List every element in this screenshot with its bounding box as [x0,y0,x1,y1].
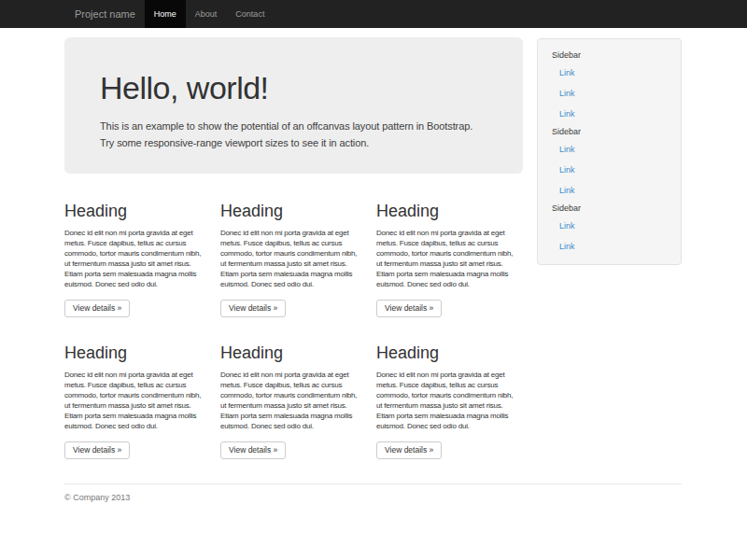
card-body: Donec id elit non mi porta gravida at eg… [64,228,205,289]
sidebar: Sidebar Link Link Link Sidebar Link Link… [537,38,682,265]
card-heading: Heading [220,343,361,363]
sidebar-link[interactable]: Link [538,216,681,236]
card-body: Donec id elit non mi porta gravida at eg… [220,228,361,289]
card-heading: Heading [376,343,517,363]
cards-row-1: Heading Donec id elit non mi porta gravi… [64,202,541,317]
nav-item-home[interactable]: Home [145,0,186,28]
navbar-brand[interactable]: Project name [64,0,145,28]
main-container: Hello, world! This is an example to show… [64,28,682,560]
card: Heading Donec id elit non mi porta gravi… [64,343,220,459]
nav-item-contact[interactable]: Contact [226,0,274,28]
card: Heading Donec id elit non mi porta gravi… [376,343,532,459]
card: Heading Donec id elit non mi porta gravi… [220,343,376,459]
sidebar-link[interactable]: Link [538,160,681,180]
copyright-text: © Company 2013 [64,493,682,502]
card-body: Donec id elit non mi porta gravida at eg… [376,370,517,431]
sidebar-link[interactable]: Link [538,104,681,124]
card-heading: Heading [64,343,205,363]
card: Heading Donec id elit non mi porta gravi… [220,202,376,317]
sidebar-link[interactable]: Link [538,236,681,257]
card: Heading Donec id elit non mi porta gravi… [64,202,220,317]
card-body: Donec id elit non mi porta gravida at eg… [64,370,205,431]
card-heading: Heading [376,202,517,221]
jumbotron-description: This is an example to show the potential… [100,118,487,151]
cards-row-2: Heading Donec id elit non mi porta gravi… [64,343,541,459]
view-details-button[interactable]: View details » [376,300,442,317]
nav-item-about[interactable]: About [186,0,227,28]
sidebar-link[interactable]: Link [538,139,681,160]
jumbotron: Hello, world! This is an example to show… [64,37,523,174]
card-heading: Heading [220,202,361,221]
sidebar-group-header: Sidebar [538,124,681,139]
sidebar-group-header: Sidebar [538,201,681,216]
card-heading: Heading [64,202,205,221]
view-details-button[interactable]: View details » [220,300,286,317]
card-body: Donec id elit non mi porta gravida at eg… [376,228,517,289]
page-title: Hello, world! [100,71,487,105]
navbar-nav: Home About Contact [145,0,275,28]
view-details-button[interactable]: View details » [376,441,442,459]
view-details-button[interactable]: View details » [64,441,130,459]
sidebar-link[interactable]: Link [538,63,681,83]
view-details-button[interactable]: View details » [220,441,286,459]
view-details-button[interactable]: View details » [64,300,130,317]
card-body: Donec id elit non mi porta gravida at eg… [220,370,361,431]
footer-divider [64,483,682,484]
sidebar-group-header: Sidebar [538,48,681,63]
footer: © Company 2013 [64,483,682,502]
sidebar-link[interactable]: Link [538,83,681,104]
navbar: Project name Home About Contact [0,0,747,28]
sidebar-link[interactable]: Link [538,180,681,201]
card: Heading Donec id elit non mi porta gravi… [376,202,532,317]
